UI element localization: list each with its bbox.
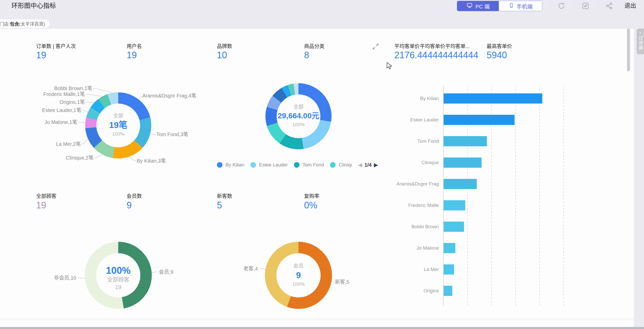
bar[interactable] xyxy=(444,264,454,275)
sales-legend: By Kilian Estee Lauder Tom Fond Clinique… xyxy=(217,162,378,168)
kpi-label: 会员数 xyxy=(127,192,142,199)
legend-dot xyxy=(294,162,299,168)
bar[interactable] xyxy=(444,286,452,296)
center-label: 会员 xyxy=(273,262,324,270)
monitor-icon xyxy=(466,2,473,10)
fullscreen-icon[interactable] xyxy=(581,2,590,10)
bar[interactable] xyxy=(444,158,482,168)
legend-dot xyxy=(217,162,222,168)
vertical-scrollbar-thumb[interactable] xyxy=(627,28,630,71)
kpi-value: 19 xyxy=(127,50,137,61)
bar[interactable] xyxy=(444,243,455,253)
filter-panel-tab-label: 过滤器 xyxy=(637,36,643,50)
bar-category-label: By Kilian xyxy=(369,95,439,102)
filter-chip-prefix: 门店: xyxy=(0,20,10,27)
kpi-value: 5 xyxy=(217,200,222,211)
bar[interactable] xyxy=(444,136,487,146)
legend-dot xyxy=(250,162,256,168)
slice-label: 非会员,10 xyxy=(54,275,76,281)
slice-label: La Mer,2笔 xyxy=(56,141,81,147)
center-label: 全部 xyxy=(93,112,144,120)
center-percent: 100% xyxy=(273,280,324,288)
legend-item[interactable]: Clinique xyxy=(330,162,352,168)
legend-label: Clinique xyxy=(339,162,352,168)
share-icon[interactable] xyxy=(605,2,613,10)
legend-label: Tom Fond xyxy=(303,162,324,168)
donut-new-old-center: 会员 9 100% xyxy=(273,262,324,288)
bar-category-label: Tom Fond xyxy=(369,138,439,145)
page-title: 环形图中心指标 xyxy=(11,0,56,11)
bar-category-label: Estee Lauder xyxy=(369,117,439,123)
center-value: 100% xyxy=(93,265,144,276)
tab-mobile-label: 手机端 xyxy=(517,2,533,10)
kpi-label: 全部顾客 xyxy=(36,192,56,199)
slice-label: 老客,4 xyxy=(243,265,258,272)
center-value: 29,664.00元 xyxy=(268,111,329,121)
dashboard-page: 环形图中心指标 PC 端 手机端 xyxy=(0,0,644,329)
slice-label: Frederic Malle,1笔 xyxy=(43,91,85,97)
header-bar: 环形图中心指标 PC 端 手机端 xyxy=(0,0,644,11)
bar[interactable] xyxy=(444,93,542,104)
slice-label: Tom Fond,3笔 xyxy=(156,131,188,138)
kpi-label: 平均客单价平均客单价平均客单... xyxy=(394,42,482,50)
bar-category-label: Bobbi Brown xyxy=(369,223,439,230)
bar-category-label: Frederic Malle xyxy=(369,202,439,209)
kpi-value: 9 xyxy=(127,200,132,211)
smartphone-icon xyxy=(508,2,514,10)
bar-category-label: Jo Malone xyxy=(369,245,439,251)
kpi-label: 最高客单价 xyxy=(487,42,512,50)
chevron-left-icon: ‹ xyxy=(639,29,641,36)
device-toggle: PC 端 手机端 xyxy=(457,1,542,11)
bar-category-label: Aramis&Dsgnr Frag xyxy=(369,181,439,187)
legend-item[interactable]: Estee Lauder xyxy=(250,162,288,168)
donut-sales-center: 全部 29,664.00元 100% xyxy=(268,103,329,128)
slice-label: Bobbi Brown,1笔 xyxy=(54,85,92,92)
legend-item[interactable]: By Kilian xyxy=(217,162,244,168)
center-label: 全部顾客 xyxy=(93,276,144,283)
bar-category-label: La Mer xyxy=(369,266,439,273)
kpi-value: 19 xyxy=(36,200,46,211)
center-total: 19 xyxy=(93,283,144,291)
slice-label: 新客,5 xyxy=(335,279,349,285)
tab-pc[interactable]: PC 端 xyxy=(457,1,499,11)
kpi-label: 复购率 xyxy=(304,192,319,199)
kpi-label: 商品分类 xyxy=(304,42,324,50)
tab-pc-label: PC 端 xyxy=(475,2,490,10)
divider xyxy=(550,3,550,9)
bottom-scrollbar-track[interactable] xyxy=(0,327,644,329)
legend-prev-icon[interactable]: ◀ xyxy=(358,162,362,168)
kpi-value: 10 xyxy=(217,50,227,61)
filter-panel-tab[interactable]: ‹ 过滤器 xyxy=(637,28,644,54)
diagonal-expand-arrows-icon[interactable] xyxy=(372,43,379,51)
slice-label: By Kilian,3笔 xyxy=(137,158,166,164)
tab-mobile[interactable]: 手机端 xyxy=(499,1,542,11)
slice-label: 会员,9 xyxy=(159,269,173,275)
bar[interactable] xyxy=(444,200,465,210)
donut-orders-center: 全部 19笔 100% xyxy=(93,112,144,138)
mouse-cursor-icon xyxy=(386,62,393,70)
exit-button[interactable]: 退出 xyxy=(624,0,636,11)
slice-label: Aramis&Dsgnr Frag,4笔 xyxy=(142,92,196,99)
slice-label: Clinique,2笔 xyxy=(66,154,94,161)
slice-label: Jo Malone,1笔 xyxy=(44,119,77,125)
filter-chip-suffix: (太平洋百货) xyxy=(19,20,45,27)
center-label: 全部 xyxy=(268,103,329,111)
filter-chip-keyword: 包含 xyxy=(10,20,19,27)
center-value: 9 xyxy=(273,270,324,280)
bar[interactable] xyxy=(444,222,464,232)
kpi-value: 0% xyxy=(304,200,317,211)
refresh-icon[interactable] xyxy=(557,2,565,10)
legend-label: By Kilian xyxy=(226,162,244,168)
center-percent: 100% xyxy=(93,130,144,138)
bar[interactable] xyxy=(444,179,477,189)
divider xyxy=(574,3,574,9)
legend-item[interactable]: Tom Fond xyxy=(294,162,324,168)
kpi-value: 5940 xyxy=(487,50,507,61)
divider xyxy=(598,3,598,9)
slice-label: Origins,1笔 xyxy=(59,99,85,105)
kpi-value: 8 xyxy=(304,50,309,61)
slice-label: Estee Lauder,1笔 xyxy=(42,107,81,113)
kpi-label: 订单数 | 客户人次 xyxy=(36,42,76,50)
filter-chip[interactable]: 门店: 包含 (太平洋百货) xyxy=(0,19,50,28)
bar[interactable] xyxy=(444,115,515,125)
